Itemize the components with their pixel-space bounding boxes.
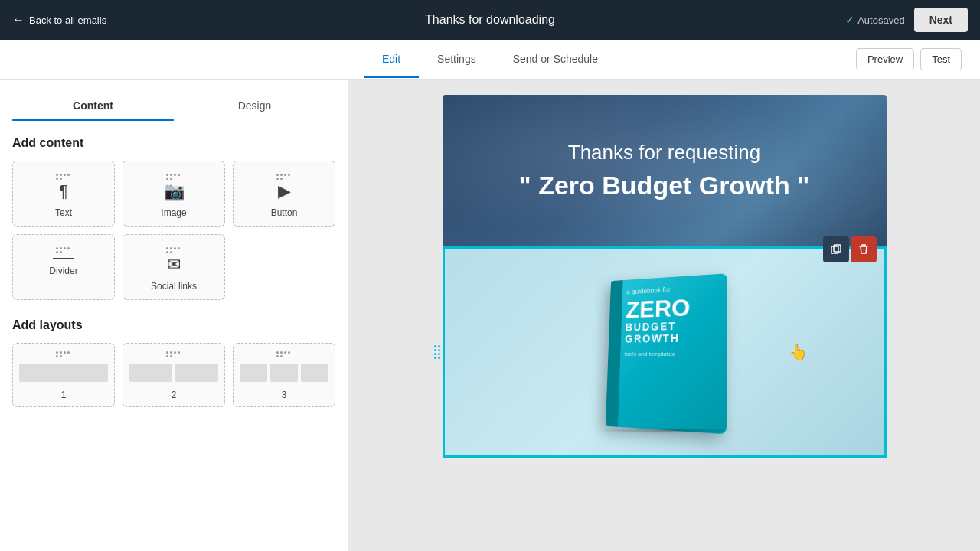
layout-label-3: 3 xyxy=(282,390,287,400)
main-tabs: Edit Settings Send or Schedule xyxy=(18,41,962,77)
back-link[interactable]: ← Back to all emails xyxy=(12,13,106,27)
book-illustration: a guidebook for ZERO BUDGET GROWTH tools… xyxy=(588,268,741,436)
layouts-grid: 1 2 xyxy=(12,343,335,407)
tab-edit[interactable]: Edit xyxy=(364,42,419,78)
book: a guidebook for ZERO BUDGET GROWTH tools… xyxy=(605,273,727,434)
divider-icon xyxy=(53,258,74,259)
layout-preview-3 xyxy=(240,364,328,382)
next-button[interactable]: Next xyxy=(914,8,968,32)
image-label: Image xyxy=(161,207,186,218)
sidebar-tabs: Content Design xyxy=(12,92,335,121)
check-icon: ✓ xyxy=(845,14,854,26)
secondary-nav: Edit Settings Send or Schedule Preview T… xyxy=(0,40,980,80)
layout-label-2: 2 xyxy=(172,390,177,400)
secondary-actions: Preview Test xyxy=(856,48,962,70)
tab-settings[interactable]: Settings xyxy=(419,42,495,78)
dot-grid-divider xyxy=(56,247,71,253)
autosaved-status: ✓ Autosaved xyxy=(845,14,904,26)
back-label: Back to all emails xyxy=(29,15,106,26)
dot-grid-layout1 xyxy=(56,351,71,357)
duplicate-button[interactable] xyxy=(823,236,849,262)
book-subtitle: a guidebook for xyxy=(626,283,717,295)
add-layouts-title: Add layouts xyxy=(12,318,335,332)
layout-item-3[interactable]: 3 xyxy=(233,343,335,407)
header-title-text: " Zero Budget Growth " xyxy=(473,171,856,201)
drag-dot-row-3 xyxy=(434,353,440,355)
email-header-section: Thanks for requesting " Zero Budget Grow… xyxy=(443,95,887,246)
canvas-area: Thanks for requesting " Zero Budget Grow… xyxy=(348,80,980,551)
main-layout: Content Design Add content ¶ Text xyxy=(0,80,980,551)
back-arrow-icon: ← xyxy=(12,13,24,27)
email-container: Thanks for requesting " Zero Budget Grow… xyxy=(443,95,887,536)
book-title-zero: ZERO xyxy=(626,294,717,321)
sidebar: Content Design Add content ¶ Text xyxy=(0,80,348,551)
book-shadow xyxy=(599,429,737,433)
layout-preview-2 xyxy=(129,364,218,382)
drag-handle[interactable] xyxy=(434,345,440,359)
add-content-title: Add content xyxy=(12,136,335,150)
drag-dot-row-1 xyxy=(434,345,440,347)
content-items-grid: ¶ Text 📷 Image xyxy=(12,161,335,300)
content-item-social[interactable]: ✉ Social links xyxy=(122,234,225,300)
drag-dot-row-2 xyxy=(434,349,440,351)
top-right-actions: ✓ Autosaved Next xyxy=(845,8,968,32)
sidebar-tab-content[interactable]: Content xyxy=(12,92,174,121)
cursor-icon: 👆 xyxy=(789,343,808,361)
email-image-inner: a guidebook for ZERO BUDGET GROWTH tools… xyxy=(445,249,884,455)
drag-dot-row-4 xyxy=(434,357,440,359)
button-label: Button xyxy=(271,207,298,218)
book-title-budget: BUDGET GROWTH xyxy=(625,319,717,345)
divider-label: Divider xyxy=(49,266,77,276)
layout-label-1: 1 xyxy=(61,390,67,400)
dot-grid-social xyxy=(166,247,181,253)
dot-grid-text xyxy=(56,174,71,180)
sidebar-tab-design[interactable]: Design xyxy=(174,92,335,121)
dot-grid-layout2 xyxy=(166,351,181,357)
email-image-section[interactable]: a guidebook for ZERO BUDGET GROWTH tools… xyxy=(443,246,887,458)
book-spine xyxy=(605,280,622,427)
content-item-divider[interactable]: Divider xyxy=(12,234,115,300)
book-content: a guidebook for ZERO BUDGET GROWTH tools… xyxy=(607,273,727,367)
layout-preview-1 xyxy=(19,364,108,382)
layout-item-1[interactable]: 1 xyxy=(12,343,115,407)
social-icon: ✉ xyxy=(167,255,181,275)
text-label: Text xyxy=(55,207,72,218)
content-item-image[interactable]: 📷 Image xyxy=(122,161,225,227)
social-label: Social links xyxy=(151,281,197,292)
top-nav: ← Back to all emails Thanks for download… xyxy=(0,0,980,40)
button-icon: ▶ xyxy=(278,181,291,201)
content-item-button[interactable]: ▶ Button xyxy=(233,161,335,227)
content-item-text[interactable]: ¶ Text xyxy=(12,161,115,227)
test-button[interactable]: Test xyxy=(920,48,962,70)
doc-title: Thanks for downloading xyxy=(425,13,555,27)
dot-grid-button xyxy=(276,174,292,180)
tab-send-schedule[interactable]: Send or Schedule xyxy=(495,42,616,78)
book-tools: tools and templates xyxy=(624,350,717,357)
dot-grid-layout3 xyxy=(276,351,292,357)
image-icon: 📷 xyxy=(164,181,185,201)
text-icon: ¶ xyxy=(59,181,68,201)
autosaved-label: Autosaved xyxy=(858,15,904,26)
preview-button[interactable]: Preview xyxy=(856,48,914,70)
layout-item-2[interactable]: 2 xyxy=(122,343,225,407)
header-thanks-text: Thanks for requesting xyxy=(473,141,856,165)
delete-button[interactable] xyxy=(851,236,877,262)
dot-grid-image xyxy=(166,174,181,180)
section-toolbar xyxy=(823,236,877,262)
